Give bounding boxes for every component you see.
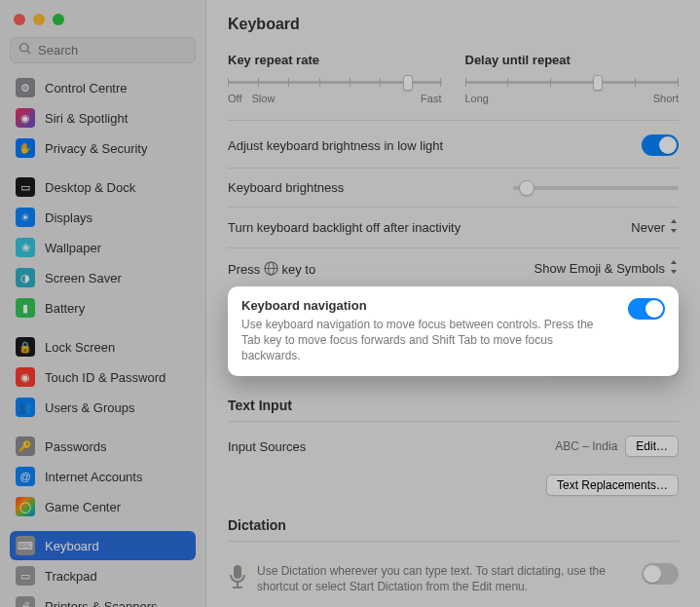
- key-repeat-label: Key repeat rate: [228, 53, 442, 67]
- auto-brightness-label: Adjust keyboard brightness in low light: [228, 138, 443, 153]
- input-sources-edit-button[interactable]: Edit…: [625, 436, 679, 457]
- dictation-desc: Use Dictation wherever you can type text…: [257, 563, 632, 594]
- sidebar-item-printers-scanners[interactable]: 🖨Printers & Scanners: [10, 591, 196, 607]
- delay-repeat-label: Delay until repeat: [465, 53, 680, 67]
- sidebar-icon: 🖨: [16, 596, 35, 607]
- sidebar-icon: ⌨: [16, 536, 35, 555]
- sidebar-icon: ☀: [16, 208, 35, 227]
- sidebar-item-keyboard[interactable]: ⌨Keyboard: [10, 531, 196, 560]
- globe-icon: [264, 261, 278, 276]
- auto-brightness-toggle[interactable]: [642, 134, 679, 156]
- sidebar-icon: ✋: [16, 138, 35, 158]
- sidebar-item-trackpad[interactable]: ▭Trackpad: [10, 561, 196, 590]
- sidebar-item-label: Game Center: [45, 500, 121, 514]
- window-controls: [14, 14, 196, 25]
- keyboard-navigation-card: Keyboard navigation Use keyboard navigat…: [228, 286, 679, 376]
- key-repeat-mid-label: Slow: [251, 93, 275, 104]
- globe-key-value: Show Emoji & Symbols: [534, 261, 665, 276]
- sidebar-item-label: Keyboard: [45, 539, 99, 553]
- brightness-slider[interactable]: [513, 186, 679, 190]
- sidebar-icon: ◑: [16, 268, 35, 287]
- sidebar-icon: ▭: [16, 177, 35, 197]
- keyboard-navigation-desc: Use keyboard navigation to move focus be…: [241, 317, 614, 364]
- sidebar-item-touch-id-password[interactable]: ◉Touch ID & Password: [10, 362, 196, 392]
- sidebar-item-game-center[interactable]: ◯Game Center: [10, 492, 196, 521]
- dictation-toggle[interactable]: [642, 563, 679, 585]
- sidebar-item-label: Desktop & Dock: [45, 180, 135, 195]
- sidebar-item-label: Trackpad: [45, 569, 97, 584]
- search-field[interactable]: [10, 37, 196, 63]
- sidebar-icon: ❀: [16, 238, 35, 257]
- dictation-header: Dictation: [228, 517, 679, 533]
- sidebar-item-label: Printers & Scanners: [45, 599, 158, 608]
- page-title: Keyboard: [228, 16, 679, 33]
- sidebar-item-label: Battery: [45, 301, 85, 316]
- sidebar-item-privacy-security[interactable]: ✋Privacy & Security: [10, 133, 196, 163]
- svg-rect-3: [234, 565, 241, 579]
- delay-repeat-slider[interactable]: [465, 73, 680, 91]
- chevron-updown-icon: [669, 219, 679, 236]
- chevron-updown-icon: [669, 260, 679, 277]
- sidebar-item-label: Displays: [45, 210, 92, 225]
- delay-max-label: Short: [653, 93, 679, 104]
- sidebar-icon: 🔒: [16, 337, 35, 357]
- backlight-off-value: Never: [631, 220, 665, 235]
- brightness-label: Keyboard brightness: [228, 180, 344, 195]
- sidebar-icon: ◉: [16, 108, 35, 128]
- keyboard-navigation-toggle[interactable]: [628, 298, 665, 320]
- backlight-off-select[interactable]: Never: [631, 219, 679, 236]
- sidebar-item-label: Touch ID & Password: [45, 370, 166, 385]
- sidebar-item-screen-saver[interactable]: ◑Screen Saver: [10, 263, 196, 292]
- sidebar-item-label: Internet Accounts: [45, 470, 142, 484]
- sidebar-icon: ⚙: [16, 78, 35, 97]
- sidebar-item-displays[interactable]: ☀Displays: [10, 203, 196, 232]
- sidebar-item-lock-screen[interactable]: 🔒Lock Screen: [10, 332, 196, 361]
- sidebar-icon: ◯: [16, 497, 35, 516]
- fullscreen-window-button[interactable]: [53, 14, 64, 25]
- sidebar-icon: @: [16, 467, 35, 486]
- close-window-button[interactable]: [14, 14, 25, 25]
- input-sources-value: ABC – India: [555, 439, 617, 453]
- sidebar-item-label: Screen Saver: [45, 271, 122, 285]
- sidebar-item-battery[interactable]: ▮Battery: [10, 293, 196, 322]
- globe-key-select[interactable]: Show Emoji & Symbols: [534, 260, 679, 277]
- sidebar-item-users-groups[interactable]: 👥Users & Groups: [10, 393, 196, 422]
- sidebar-item-label: Wallpaper: [45, 241, 101, 255]
- text-input-header: Text Input: [228, 398, 679, 413]
- sidebar-item-label: Siri & Spotlight: [45, 111, 128, 126]
- sidebar-item-siri-spotlight[interactable]: ◉Siri & Spotlight: [10, 103, 196, 133]
- key-repeat-min-label: Off: [228, 93, 241, 104]
- sidebar-item-control-centre[interactable]: ⚙Control Centre: [10, 73, 196, 102]
- microphone-icon: [228, 563, 247, 587]
- keyboard-navigation-title: Keyboard navigation: [241, 298, 614, 313]
- sidebar-icon: ▮: [16, 298, 35, 318]
- globe-key-label: Press key to: [228, 261, 315, 277]
- backlight-off-label: Turn keyboard backlight off after inacti…: [228, 220, 461, 235]
- sidebar-icon: 🔑: [16, 436, 35, 456]
- search-icon: [18, 42, 38, 58]
- sidebar-item-wallpaper[interactable]: ❀Wallpaper: [10, 233, 196, 262]
- sidebar-item-passwords[interactable]: 🔑Passwords: [10, 432, 196, 461]
- sidebar-item-label: Privacy & Security: [45, 141, 147, 156]
- sidebar-item-label: Users & Groups: [45, 400, 134, 415]
- key-repeat-slider[interactable]: [228, 73, 442, 91]
- sidebar: ⚙Control Centre◉Siri & Spotlight✋Privacy…: [0, 0, 206, 607]
- sidebar-item-label: Lock Screen: [45, 340, 115, 355]
- sidebar-icon: 👥: [16, 398, 35, 417]
- sidebar-item-label: Passwords: [45, 439, 107, 454]
- sidebar-item-desktop-dock[interactable]: ▭Desktop & Dock: [10, 172, 196, 202]
- sidebar-item-label: Control Centre: [45, 81, 128, 95]
- minimize-window-button[interactable]: [33, 14, 45, 25]
- search-input[interactable]: [38, 43, 187, 57]
- text-replacements-button[interactable]: Text Replacements…: [546, 474, 679, 496]
- key-repeat-max-label: Fast: [421, 93, 441, 104]
- sidebar-icon: ▭: [16, 566, 35, 586]
- input-sources-label: Input Sources: [228, 439, 306, 454]
- delay-min-label: Long: [465, 93, 489, 104]
- sidebar-item-internet-accounts[interactable]: @Internet Accounts: [10, 462, 196, 491]
- sidebar-icon: ◉: [16, 367, 35, 387]
